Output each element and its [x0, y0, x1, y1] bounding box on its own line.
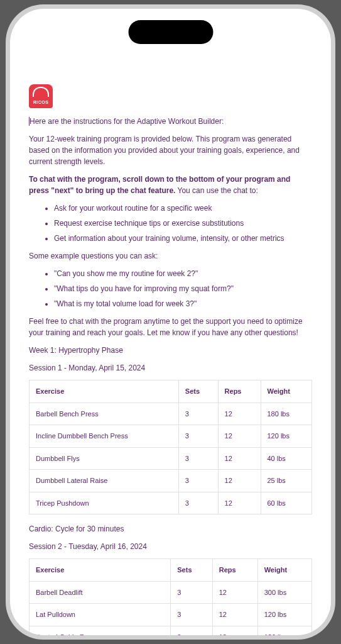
logo-text: RICOS [33, 99, 49, 106]
table-row: Tricep Pushdown31260 lbs [30, 492, 312, 514]
table-row: Dumbbell Flys31240 lbs [30, 447, 312, 470]
header-weight: Weight [257, 559, 311, 582]
table-header-row: Exercise Sets Reps Weight [30, 559, 312, 582]
table-row: Dumbbell Lateral Raise31225 lbs [30, 470, 312, 492]
examples-list: "Can you show me my routine for week 2?"… [29, 268, 312, 309]
document-content[interactable]: RICOS Here are the instructions for the … [10, 9, 331, 635]
list-item: Ask for your workout routine for a speci… [54, 203, 312, 214]
list-item: Get information about your training volu… [54, 233, 312, 244]
workout-table-1: Exercise Sets Reps Weight Barbell Bench … [29, 380, 312, 514]
outro-text: Feel free to chat with the program anyti… [29, 316, 312, 338]
phone-screen: RICOS Here are the instructions for the … [10, 9, 331, 635]
header-reps: Reps [218, 380, 261, 403]
list-item: "Can you show me my routine for week 2?" [54, 268, 312, 279]
header-exercise: Exercise [30, 559, 171, 582]
table-row: Incline Dumbbell Bench Press312120 lbs [30, 425, 312, 448]
app-logo: RICOS [29, 84, 53, 108]
intro-text: Here are the instructions for the Adapti… [29, 116, 312, 127]
examples-intro: Some example questions you can ask: [29, 250, 312, 262]
list-item: "What is my total volume load for week 3… [54, 298, 312, 309]
uses-list: Ask for your workout routine for a speci… [29, 203, 312, 244]
session-title: Session 1 - Monday, April 15, 2024 [29, 362, 312, 374]
table-row: Seated Cable Row312120 lbs [30, 626, 312, 635]
table-row: Barbell Bench Press312180 lbs [30, 402, 312, 425]
description-text: Your 12-week training program is provide… [29, 133, 312, 167]
chat-instructions: To chat with the program, scroll down to… [29, 174, 312, 196]
table-header-row: Exercise Sets Reps Weight [30, 380, 312, 403]
header-exercise: Exercise [30, 380, 179, 403]
dynamic-island [128, 20, 213, 44]
session-title: Session 2 - Tuesday, April 16, 2024 [29, 541, 312, 552]
cardio-note: Cardio: Cycle for 30 minutes [29, 523, 312, 535]
header-reps: Reps [212, 559, 257, 582]
header-sets: Sets [171, 559, 212, 582]
list-item: "What tips do you have for improving my … [54, 283, 312, 294]
table-row: Lat Pulldown312120 lbs [30, 604, 312, 626]
workout-table-2: Exercise Sets Reps Weight Barbell Deadli… [29, 558, 312, 635]
header-weight: Weight [261, 380, 312, 403]
week-title: Week 1: Hypertrophy Phase [29, 345, 312, 356]
list-item: Request exercise technique tips or exerc… [54, 218, 312, 229]
header-sets: Sets [178, 380, 218, 403]
phone-frame: RICOS Here are the instructions for the … [6, 4, 335, 640]
table-row: Barbell Deadlift312300 lbs [30, 581, 312, 604]
